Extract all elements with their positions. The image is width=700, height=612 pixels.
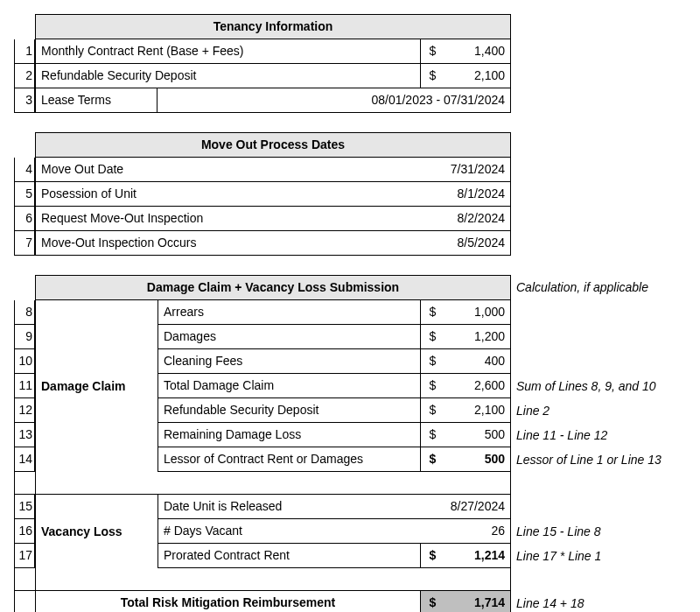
currency-symbol: $ — [420, 544, 444, 568]
row-number: 9 — [14, 325, 35, 349]
row-label: Refundable Security Deposit — [158, 398, 420, 423]
row-calc: Line 2 — [511, 398, 700, 423]
row-calc: Line 17 * Line 1 — [511, 544, 700, 568]
row-calc — [511, 495, 700, 519]
row-value: 1,214 — [444, 544, 511, 568]
row-value: 2,100 — [444, 64, 511, 88]
row-calc: Line 15 - Line 8 — [511, 519, 700, 544]
row-number: 16 — [14, 519, 35, 544]
tenancy-header: Tenancy Information — [35, 14, 511, 39]
row-number: 1 — [14, 39, 35, 64]
row-value: 1,000 — [444, 300, 511, 325]
worksheet: Tenancy Information 1 Monthly Contract R… — [14, 14, 686, 612]
row-calc — [511, 349, 700, 374]
row-number: 13 — [14, 423, 35, 447]
row-label: Move-Out Inspection Occurs — [35, 231, 420, 256]
moveout-header: Move Out Process Dates — [35, 132, 511, 158]
row-calc: Line 11 - Line 12 — [511, 423, 700, 447]
row-calc — [511, 300, 700, 325]
currency-symbol: $ — [420, 374, 444, 398]
row-value: 2,100 — [444, 398, 511, 423]
currency-symbol: $ — [420, 398, 444, 423]
row-number: 8 — [14, 300, 35, 325]
row-value: 8/27/2024 — [420, 495, 511, 519]
row-label: Posession of Unit — [35, 182, 420, 207]
total-label: Total Risk Mitigation Reimbursement — [35, 591, 420, 612]
row-number: 6 — [14, 207, 35, 231]
row-calc: Lessor of Line 1 or Line 13 — [511, 447, 700, 472]
row-value: 8/2/2024 — [420, 207, 511, 231]
calculation-header: Calculation, if applicable — [511, 275, 700, 300]
row-label: Monthly Contract Rent (Base + Fees) — [35, 39, 420, 64]
row-value: 500 — [444, 447, 511, 472]
row-number: 12 — [14, 398, 35, 423]
currency-symbol: $ — [420, 64, 444, 88]
row-number: 7 — [14, 231, 35, 256]
row-number: 10 — [14, 349, 35, 374]
row-label: # Days Vacant — [158, 519, 420, 544]
row-number: 3 — [14, 88, 35, 113]
row-number: 4 — [14, 158, 35, 182]
row-label: Arrears — [158, 300, 420, 325]
row-number: 15 — [14, 495, 35, 519]
row-label: Total Damage Claim — [158, 374, 420, 398]
row-calc: Sum of Lines 8, 9, and 10 — [511, 374, 700, 398]
total-currency: $ — [420, 591, 444, 612]
row-label: Remaining Damage Loss — [158, 423, 420, 447]
row-value: 7/31/2024 — [420, 158, 511, 182]
row-number: 5 — [14, 182, 35, 207]
currency-symbol: $ — [420, 349, 444, 374]
row-label: Lease Terms — [35, 88, 158, 113]
row-value: 400 — [444, 349, 511, 374]
row-value: 500 — [444, 423, 511, 447]
row-number: 11 — [14, 374, 35, 398]
row-number: 2 — [14, 64, 35, 88]
currency-symbol: $ — [420, 325, 444, 349]
row-label: Request Move-Out Inspection — [35, 207, 420, 231]
lease-terms-value: 08/01/2023 - 07/31/2024 — [158, 88, 511, 113]
currency-symbol: $ — [420, 39, 444, 64]
total-calc: Line 14 + 18 — [511, 591, 700, 612]
total-value: 1,714 — [444, 591, 511, 612]
vacancy-loss-group: Vacancy Loss — [35, 495, 158, 568]
currency-symbol: $ — [420, 300, 444, 325]
row-number: 17 — [14, 544, 35, 568]
row-value: 26 — [420, 519, 511, 544]
currency-symbol: $ — [420, 447, 444, 472]
currency-symbol: $ — [420, 423, 444, 447]
row-value: 8/1/2024 — [420, 182, 511, 207]
row-value: 1,200 — [444, 325, 511, 349]
row-calc — [511, 325, 700, 349]
damage-claim-group: Damage Claim — [35, 300, 158, 472]
row-label: Prorated Contract Rent — [158, 544, 420, 568]
claim-header: Damage Claim + Vacancy Loss Submission — [35, 275, 511, 300]
row-label: Date Unit is Released — [158, 495, 420, 519]
row-number: 14 — [14, 447, 35, 472]
row-value: 1,400 — [444, 39, 511, 64]
row-label: Cleaning Fees — [158, 349, 420, 374]
row-label: Refundable Security Deposit — [35, 64, 420, 88]
row-value: 2,600 — [444, 374, 511, 398]
row-value: 8/5/2024 — [420, 231, 511, 256]
row-label: Damages — [158, 325, 420, 349]
row-label: Lessor of Contract Rent or Damages — [158, 447, 420, 472]
row-label: Move Out Date — [35, 158, 420, 182]
